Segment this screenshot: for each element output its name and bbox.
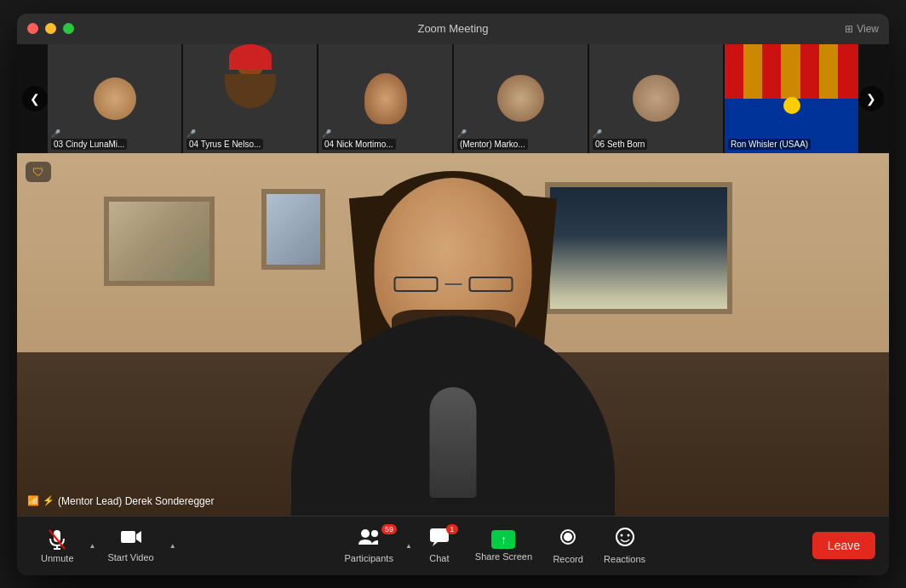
lightning-icon: ⚡: [43, 495, 54, 506]
mute-icon-3: 🎤: [322, 129, 331, 138]
participants-icon: [357, 528, 381, 551]
start-video-group: Start Video ▲: [97, 523, 177, 568]
mute-icon-1: 🎤: [51, 129, 60, 138]
svg-point-11: [564, 533, 572, 541]
toolbar: Unmute ▲ Start Video ▲: [17, 516, 889, 575]
zoom-window: Zoom Meeting ⊞ View ❮ 03 Cindy LunaMi...…: [17, 14, 889, 575]
minimize-button[interactable]: [45, 23, 56, 34]
start-video-button[interactable]: Start Video: [97, 523, 163, 568]
strip-items: 03 Cindy LunaMi... 🎤 04 Tyrus E Nelso...…: [48, 44, 858, 153]
participant-thumb-5[interactable]: 06 Seth Born 🎤: [589, 44, 723, 153]
svg-point-12: [616, 528, 634, 545]
svg-marker-9: [433, 542, 438, 546]
speaker-video: [240, 171, 666, 516]
participant-name-5: 06 Seth Born: [593, 139, 647, 150]
mute-icon-2: 🎤: [186, 129, 196, 138]
participants-count-badge: 59: [381, 524, 397, 534]
participant-thumb-4[interactable]: (Mentor) Marko... 🎤: [454, 44, 588, 153]
leave-button[interactable]: Leave: [812, 532, 875, 559]
strip-prev-button[interactable]: ❮: [22, 86, 48, 111]
svg-point-14: [627, 534, 629, 537]
signal-icon: 📶: [27, 495, 39, 506]
participant-thumb-6[interactable]: Ron Whisler (USAA): [725, 44, 858, 153]
share-screen-icon: [491, 530, 515, 549]
unmute-label: Unmute: [41, 553, 74, 563]
participants-chevron[interactable]: ▲: [404, 539, 414, 553]
unmute-button[interactable]: Unmute: [31, 523, 84, 568]
microphone: [430, 387, 477, 498]
video-icon: [120, 528, 142, 550]
security-badge: 🛡: [26, 162, 51, 182]
video-chevron[interactable]: ▲: [168, 539, 178, 553]
participant-name-1: 03 Cindy LunaMi...: [51, 139, 127, 150]
window-title: Zoom Meeting: [417, 22, 488, 35]
picture-frame-1: [104, 197, 215, 286]
participant-thumb-1[interactable]: 03 Cindy LunaMi... 🎤: [48, 44, 181, 153]
mute-icon: [48, 528, 66, 551]
record-button[interactable]: Record: [542, 522, 593, 569]
main-video: 🛡 📶 ⚡ (Mentor Lead) Derek Sonderegger: [17, 153, 889, 516]
speaker-name-overlay: 📶 ⚡ (Mentor Lead) Derek Sonderegger: [27, 495, 214, 507]
share-screen-label: Share Screen: [475, 551, 532, 562]
participant-thumb-3[interactable]: 04 Nick Mortimo... 🎤: [318, 44, 452, 153]
svg-rect-4: [121, 531, 135, 543]
unmute-chevron[interactable]: ▲: [88, 539, 98, 553]
video-background: [17, 153, 889, 516]
mute-icon-5: 🎤: [593, 129, 602, 138]
participants-label: Participants: [344, 553, 393, 563]
traffic-lights: [27, 23, 74, 34]
maximize-button[interactable]: [63, 23, 74, 34]
unmute-group: Unmute ▲: [31, 523, 97, 568]
record-label: Record: [553, 554, 582, 564]
mute-icon-4: 🎤: [457, 129, 467, 138]
svg-marker-5: [136, 531, 141, 543]
participants-strip: ❮ 03 Cindy LunaMi... 🎤 04 Tyrus E Nelso.…: [17, 44, 889, 153]
speaker-name: (Mentor Lead) Derek Sonderegger: [58, 495, 214, 507]
reactions-label: Reactions: [604, 554, 645, 564]
chat-badge: 1: [446, 524, 458, 534]
participant-thumb-2[interactable]: 04 Tyrus E Nelso... 🎤: [183, 44, 317, 153]
reactions-button[interactable]: Reactions: [593, 522, 656, 569]
chat-button[interactable]: 1 Chat: [414, 522, 465, 568]
svg-point-7: [371, 530, 378, 537]
participant-name-4: (Mentor) Marko...: [457, 139, 528, 150]
svg-point-6: [361, 529, 370, 538]
chat-label: Chat: [429, 553, 449, 563]
close-button[interactable]: [27, 23, 38, 34]
participant-name-3: 04 Nick Mortimo...: [322, 139, 396, 150]
view-button[interactable]: ⊞ View: [845, 23, 879, 35]
svg-point-13: [620, 534, 622, 537]
start-video-label: Start Video: [107, 552, 153, 562]
reactions-icon: [615, 527, 635, 551]
strip-next-button[interactable]: ❯: [858, 86, 884, 111]
participant-name-6: Ron Whisler (USAA): [728, 139, 811, 150]
participants-button[interactable]: 59 Participants: [334, 522, 403, 568]
shield-icon: 🛡: [32, 165, 44, 179]
share-screen-button[interactable]: Share Screen: [465, 525, 542, 567]
participant-name-2: 04 Tyrus E Nelso...: [186, 139, 263, 150]
title-bar: Zoom Meeting ⊞ View: [17, 14, 889, 44]
record-icon: [558, 527, 578, 551]
